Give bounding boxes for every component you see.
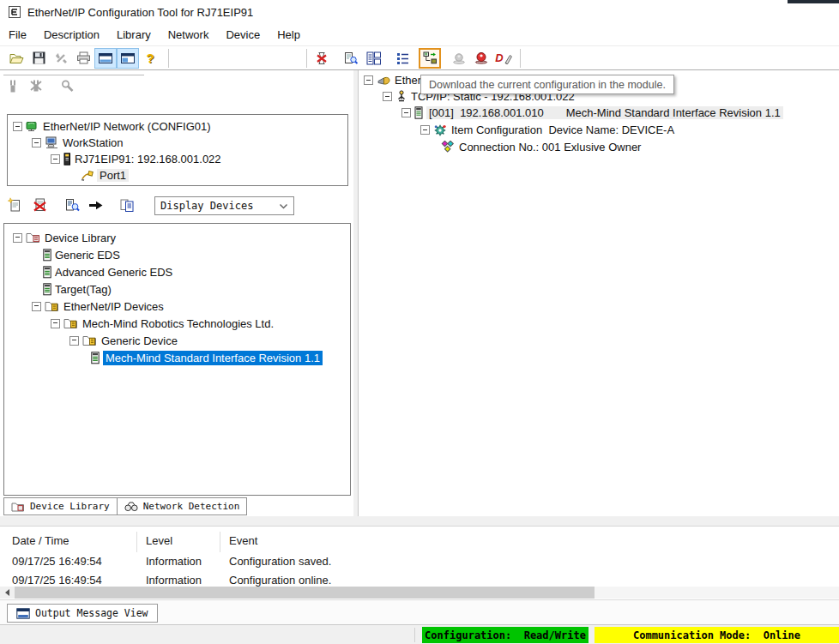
tree-node-adapter-device[interactable]: [001] 192.168.001.010Mech-Mind Standard … <box>401 105 783 121</box>
tree-label: Item Configuration Device Name: DEVICE-A <box>451 123 674 136</box>
log-column-level[interactable]: Level <box>137 532 220 552</box>
tree-node-vendor[interactable]: Mech-Mind Robotics Technologies Ltd. <box>4 315 350 332</box>
output-tab-bar: Output Message View <box>0 599 839 624</box>
printer-icon <box>76 51 91 64</box>
module-icon <box>414 106 423 119</box>
port-icon <box>81 170 94 181</box>
log-column-event[interactable]: Event <box>220 532 661 552</box>
collapse-icon[interactable] <box>32 302 41 311</box>
tree-node-module[interactable]: RJ71EIP91: 192.168.001.022 <box>8 151 347 167</box>
tab-device-library[interactable]: Device Library <box>3 497 118 515</box>
collapse-icon[interactable] <box>69 336 79 346</box>
mini-toolbar-divider <box>3 75 144 75</box>
menu-network[interactable]: Network <box>160 26 218 44</box>
help-icon: ? <box>146 51 154 65</box>
tree-node-generic-eds[interactable]: Generic EDS <box>4 246 350 263</box>
duplicate-device-icon[interactable] <box>119 198 136 213</box>
eds-device-icon <box>43 283 51 296</box>
log-cell-datetime: 09/17/25 16:49:54 <box>0 552 137 571</box>
toolbar-separator <box>168 49 169 68</box>
binoculars-icon <box>124 501 138 512</box>
open-button[interactable] <box>5 48 27 69</box>
collapse-icon[interactable] <box>32 138 41 147</box>
horizontal-splitter[interactable] <box>0 516 839 527</box>
toolbar-separator <box>306 49 307 68</box>
collapse-icon[interactable] <box>364 75 373 85</box>
collapse-icon[interactable] <box>51 319 60 328</box>
add-device-icon[interactable] <box>7 197 23 213</box>
toolbar-separator <box>520 49 521 68</box>
device-address: [001] 192.168.001.010 <box>429 106 544 119</box>
tree-node-connection[interactable]: Connection No.: 001 Exlusive Owner <box>441 139 641 155</box>
network-mini-toolbar <box>7 79 75 93</box>
tree-node-network[interactable]: EtherNet/IP Network (CONFIG01) <box>8 118 347 135</box>
print-button[interactable] <box>72 48 94 69</box>
open-folder-icon <box>9 52 24 64</box>
window-title: EtherNet/IP Configuration Tool for RJ71E… <box>27 6 253 19</box>
tree-node-selected-device[interactable]: Mech-Mind Standard Interface Revision 1.… <box>4 349 350 366</box>
collapse-icon[interactable] <box>13 233 22 243</box>
eds-device-icon <box>43 249 51 262</box>
item-list-button[interactable] <box>391 48 413 69</box>
title-bar: EtherNet/IP Configuration Tool for RJ71E… <box>0 0 839 24</box>
item-configuration-gear-icon <box>433 123 448 137</box>
upload-config-icon-disabled <box>452 52 466 64</box>
tree-node-target-tag[interactable]: Target(Tag) <box>4 280 350 298</box>
tree-node-advanced-generic-eds[interactable]: Advanced Generic EDS <box>4 263 350 280</box>
download-configuration-button[interactable] <box>419 48 441 69</box>
tab-output-message-view[interactable]: Output Message View <box>7 604 158 623</box>
menu-library[interactable]: Library <box>108 26 160 44</box>
tree-node-generic-device[interactable]: Generic Device <box>4 332 350 349</box>
module-icon <box>63 153 71 166</box>
save-button[interactable] <box>27 48 50 69</box>
app-icon <box>8 5 21 19</box>
scrollbar-thumb[interactable] <box>15 587 595 599</box>
tree-node-workstation[interactable]: WorkStation <box>8 135 347 151</box>
status-bar: Configuration: Read/Write Communication … <box>0 624 839 644</box>
collapse-icon[interactable] <box>13 122 22 131</box>
go-offline-button[interactable] <box>311 48 333 69</box>
device-list-button[interactable] <box>362 48 384 69</box>
device-list-icon <box>366 51 381 65</box>
menu-file[interactable]: File <box>0 26 35 44</box>
display-filter-select[interactable]: Display Devices <box>154 196 294 215</box>
add-connection-icon-disabled <box>7 79 19 93</box>
tooltip-text: Download the current configuration in th… <box>429 79 666 91</box>
help-button[interactable]: ? <box>139 48 161 69</box>
log-horizontal-scrollbar[interactable] <box>0 587 839 599</box>
device-properties-icon[interactable] <box>65 198 80 213</box>
collapse-icon[interactable] <box>401 108 411 117</box>
tree-node-device-library[interactable]: Device Library <box>4 229 350 246</box>
delete-device-icon[interactable] <box>32 197 48 213</box>
background-window-edge <box>788 0 839 3</box>
diagnostics-button[interactable] <box>340 48 362 69</box>
menu-description[interactable]: Description <box>35 26 108 44</box>
collapse-icon[interactable] <box>383 92 392 101</box>
menu-help[interactable]: Help <box>269 26 309 44</box>
main-toolbar: ? D <box>0 45 839 70</box>
tree-label: Mech-Mind Robotics Technologies Ltd. <box>82 317 274 330</box>
verify-configuration-button[interactable]: D <box>492 48 515 69</box>
tree-node-port[interactable]: Port1 <box>8 167 347 184</box>
menu-device[interactable]: Device <box>217 26 269 44</box>
insert-device-arrow-icon[interactable] <box>88 199 104 212</box>
go-online-button[interactable] <box>470 48 492 69</box>
eds-device-icon <box>43 266 51 279</box>
collapse-icon[interactable] <box>420 125 430 135</box>
scroll-left-button[interactable] <box>0 587 15 599</box>
tree-node-ethernet-ip-devices[interactable]: EtherNet/IP Devices <box>4 298 350 315</box>
tools-button-disabled <box>50 48 72 69</box>
tree-node-item-configuration[interactable]: Item Configuration Device Name: DEVICE-A <box>420 122 674 138</box>
collapse-icon[interactable] <box>51 154 60 164</box>
chevron-down-icon <box>279 203 288 209</box>
toggle-library-pane-button[interactable] <box>94 48 117 69</box>
device-library-tab-icon <box>11 502 25 512</box>
left-pane-tabs: Device Library Network Detection <box>3 497 247 515</box>
log-column-datetime[interactable]: Date / Time <box>0 532 137 552</box>
tab-network-detection[interactable]: Network Detection <box>118 497 248 515</box>
tree-label: Connection No.: 001 Exlusive Owner <box>459 141 641 153</box>
device-name: Mech-Mind Standard Interface Revision 1.… <box>566 106 781 119</box>
toggle-output-pane-button[interactable] <box>117 48 139 69</box>
tcpip-icon <box>395 90 407 103</box>
tree-label: Device Library <box>45 232 116 244</box>
